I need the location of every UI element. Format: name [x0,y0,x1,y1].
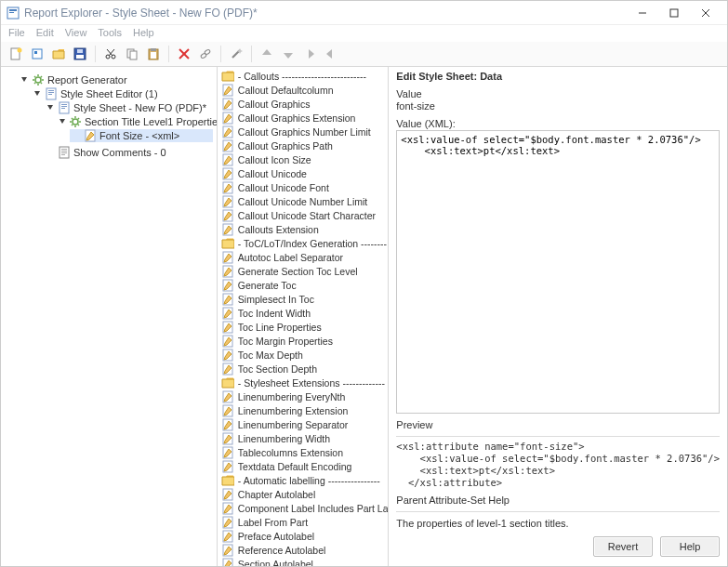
tree-style-sheet-editor[interactable]: Style Sheet Editor (1) [31,87,213,100]
move-down-button[interactable] [279,45,298,63]
report-generator-icon [32,73,45,86]
list-item[interactable]: Toc Line Properties [218,320,389,334]
list-item-label: - Automatic labelling ---------------- [238,475,380,486]
close-button[interactable] [690,3,721,23]
list-item[interactable]: Component Label Includes Part Label [218,501,389,515]
property-icon [221,321,234,334]
tree-panel[interactable]: Report Generator Style Sheet Editor (1) [1,67,218,566]
tree-style-sheet[interactable]: Style Sheet - New FO (PDF)* [44,101,213,114]
list-item-label: Callout Unicode [238,168,307,179]
maximize-button[interactable] [658,3,690,23]
move-up-button[interactable] [258,45,276,63]
help-label: Parent Attribute-Set Help [396,494,720,506]
list-item[interactable]: Callout Graphics Path [218,138,389,152]
list-item[interactable]: Generate Section Toc Level [218,264,389,278]
list-item[interactable]: Callout Graphics Extension [218,111,389,125]
list-item[interactable]: - ToC/LoT/Index Generation -------- [218,236,389,250]
divider [396,511,720,512]
list-item[interactable]: Linenumbering EveryNth [218,389,389,403]
list-item-label: Tablecolumns Extension [238,447,343,458]
tree-label: Style Sheet - New FO (PDF)* [73,102,206,113]
list-item[interactable]: Toc Max Depth [218,348,389,362]
list-item[interactable]: Toc Indent Width [218,306,389,320]
move-right-button[interactable] [300,45,319,63]
list-item[interactable]: Autotoc Label Separator [218,250,389,264]
tree-section-title[interactable]: Section Title Level1 Properties [57,115,213,128]
menu-edit[interactable]: Edit [36,27,54,38]
chevron-down-icon[interactable] [33,89,42,99]
separator [168,46,169,62]
list-item[interactable]: Callout Defaultcolumn [218,83,389,97]
window-title: Report Explorer - Style Sheet - New FO (… [24,7,627,20]
list-item[interactable]: Callout Unicode Font [218,180,389,194]
separator [251,46,252,62]
list-item[interactable]: Callout Unicode [218,166,389,180]
gear-icon [69,115,82,128]
help-button[interactable]: Help [660,536,720,557]
value-label: Value [396,88,720,99]
list-item[interactable]: Callout Icon Size [218,152,389,166]
list-item[interactable]: Callout Unicode Start Character [218,208,389,222]
wand-button[interactable] [227,45,245,63]
list-item[interactable]: - Stylesheet Extensions ------------- [218,376,389,389]
new-button[interactable] [7,45,25,63]
chevron-down-icon[interactable] [59,117,66,126]
valuexml-textarea[interactable] [396,130,720,414]
copy-button[interactable] [123,45,141,63]
list-item[interactable]: Linenumbering Separator [218,417,389,431]
list-item[interactable]: - Callouts -------------------------- [218,69,389,83]
list-item[interactable]: Reference Autolabel [218,543,389,557]
list-item-label: Callout Icon Size [238,154,311,165]
property-list-panel[interactable]: - Callouts --------------------------Cal… [218,67,390,566]
list-item[interactable]: Callout Unicode Number Limit [218,194,389,208]
template-button[interactable] [28,45,46,63]
list-item[interactable]: Callout Graphics [218,97,389,111]
tree-root[interactable]: Report Generator [18,73,213,86]
list-item-label: Toc Max Depth [238,349,303,361]
revert-button[interactable]: Revert [593,536,653,557]
divider [396,436,720,437]
chevron-down-icon[interactable] [46,103,55,112]
titlebar: Report Explorer - Style Sheet - New FO (… [1,1,727,25]
list-item[interactable]: Toc Margin Properties [218,334,389,348]
save-button[interactable] [71,45,89,63]
delete-button[interactable] [175,45,193,63]
cut-button[interactable] [101,45,120,63]
list-item[interactable]: Textdata Default Encoding [218,459,389,473]
list-item-label: - Stylesheet Extensions ------------- [238,377,385,389]
preview-text: <xsl:attribute name="font-size"> <xsl:va… [396,441,720,490]
property-icon [221,516,234,529]
folder-icon [221,376,234,389]
menu-help[interactable]: Help [133,27,154,38]
menu-view[interactable]: View [65,27,87,38]
move-left-button[interactable] [322,45,340,63]
list-item[interactable]: Toc Section Depth [218,362,389,376]
tree-font-size[interactable]: Font Size - <xml> [70,129,213,142]
list-item-label: Linenumbering Width [238,433,330,444]
list-item[interactable]: Callouts Extension [218,222,389,236]
list-item[interactable]: Chapter Autolabel [218,487,389,501]
property-icon [221,209,234,222]
list-item-label: Component Label Includes Part Label [238,503,389,514]
sheet-icon [58,101,71,114]
list-item[interactable]: Section Autolabel [218,557,389,566]
list-item[interactable]: Label From Part [218,515,389,529]
chevron-down-icon[interactable] [20,75,29,85]
open-button[interactable] [49,45,68,63]
tree-show-comments[interactable]: Show Comments - 0 [44,146,213,159]
list-item[interactable]: Linenumbering Width [218,431,389,445]
property-icon [221,84,234,97]
list-item[interactable]: Generate Toc [218,278,389,292]
link-button[interactable] [196,45,215,63]
tree-label: Report Generator [47,74,127,86]
menu-tools[interactable]: Tools [98,27,122,38]
minimize-button[interactable] [627,3,658,23]
list-item[interactable]: Callout Graphics Number Limit [218,125,389,138]
list-item[interactable]: Preface Autolabel [218,529,389,543]
menu-file[interactable]: File [8,27,25,38]
list-item[interactable]: Linenumbering Extension [218,403,389,417]
list-item[interactable]: Tablecolumns Extension [218,445,389,459]
list-item[interactable]: - Automatic labelling ---------------- [218,473,389,487]
paste-button[interactable] [144,45,163,63]
list-item[interactable]: Simplesect In Toc [218,292,389,306]
